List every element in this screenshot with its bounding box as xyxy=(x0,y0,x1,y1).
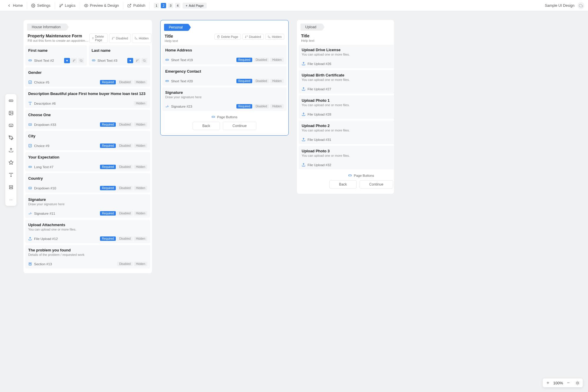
logic-icon-flag[interactable] xyxy=(134,58,140,63)
form-field[interactable]: Your Expectation Long Text #7 RequiredDi… xyxy=(25,152,150,171)
disabled-flag[interactable]: Disabled xyxy=(117,186,133,190)
hidden-flag[interactable]: Hidden xyxy=(134,144,147,148)
form-field[interactable]: Description Beautiful place First home b… xyxy=(25,89,150,108)
hidden-flag[interactable]: Hidden xyxy=(134,101,147,106)
disabled-flag[interactable]: Disabled xyxy=(117,211,133,216)
hidden-icon-flag[interactable] xyxy=(141,58,147,63)
required-flag[interactable]: Required xyxy=(236,104,253,109)
section-tool[interactable] xyxy=(6,183,15,191)
disabled-flag[interactable]: Disabled xyxy=(117,80,133,84)
disabled-flag[interactable]: Disabled xyxy=(117,122,133,127)
form-field[interactable]: Country Dropdown #10 RequiredDisabledHid… xyxy=(25,173,150,193)
disabled-flag[interactable]: Disabled xyxy=(117,236,133,241)
settings-button[interactable]: Settings xyxy=(27,2,55,9)
page-num-3[interactable]: 3 xyxy=(168,3,173,8)
back-button[interactable]: Back xyxy=(329,180,357,189)
logic-icon-flag[interactable] xyxy=(71,58,77,63)
form-field[interactable]: Upload Photo 3 You can upload one or mor… xyxy=(299,146,394,169)
required-flag[interactable]: Required xyxy=(100,186,116,190)
disabled-flag[interactable]: Disabled xyxy=(117,165,133,169)
publish-button[interactable]: Publish xyxy=(123,2,150,9)
hidden-flag[interactable]: Hidden xyxy=(134,186,147,190)
form-field[interactable]: Upload Photo 2 You can upload one or mor… xyxy=(299,121,394,144)
preview-button[interactable]: Preview & Design xyxy=(80,2,123,9)
image-tool[interactable] xyxy=(6,109,15,117)
form-field[interactable]: Home Address Short Text #19 RequiredDisa… xyxy=(162,45,287,64)
required-flag[interactable]: Required xyxy=(236,58,253,62)
hidden-flag[interactable]: Hidden xyxy=(134,262,147,266)
required-icon-flag[interactable] xyxy=(64,58,70,63)
form-field[interactable]: Upload Photo 1 You can upload one or mor… xyxy=(299,95,394,119)
hide-page-button[interactable]: Hidden xyxy=(265,34,284,40)
form-field[interactable]: The problem you found Details of the pro… xyxy=(25,245,150,268)
hidden-flag[interactable]: Hidden xyxy=(134,236,147,241)
required-flag[interactable]: Required xyxy=(100,80,116,84)
back-button[interactable]: Back xyxy=(193,122,220,130)
disabled-flag[interactable]: Disabled xyxy=(117,144,133,148)
dropdown-tool[interactable] xyxy=(6,121,15,129)
hidden-flag[interactable]: Hidden xyxy=(134,80,147,84)
continue-button[interactable]: Continue xyxy=(223,122,256,130)
hide-page-button[interactable]: Hidden xyxy=(132,34,151,43)
required-icon-flag[interactable] xyxy=(127,58,133,63)
page-card-2[interactable]: Upload Title Help text Delete Page Uploa… xyxy=(297,20,394,194)
required-flag[interactable]: Required xyxy=(100,122,116,127)
upload-tool[interactable] xyxy=(6,146,15,154)
logics-button[interactable]: Logics xyxy=(55,2,80,9)
form-field[interactable]: City Choice #9 RequiredDisabledHidden xyxy=(25,131,150,150)
page-num-2[interactable]: 2 xyxy=(161,3,166,8)
disabled-flag[interactable]: Disabled xyxy=(117,262,133,266)
form-field[interactable]: Signature Draw your signature here Signa… xyxy=(25,194,150,218)
required-flag[interactable]: Required xyxy=(100,165,116,169)
disable-page-button[interactable]: Disabled xyxy=(109,34,131,43)
field-type-label: File Upload #26 xyxy=(302,62,331,66)
disabled-flag[interactable]: Disabled xyxy=(253,58,269,62)
cloud-sync-icon[interactable] xyxy=(577,2,584,9)
required-flag[interactable]: Required xyxy=(100,236,116,241)
continue-button[interactable]: Continue xyxy=(360,180,393,189)
page-tab[interactable]: House Information xyxy=(27,24,66,31)
delete-page-button[interactable]: Delete Page xyxy=(214,34,241,40)
page-tab[interactable]: Upload xyxy=(300,24,322,31)
page-tab[interactable]: Personal xyxy=(164,24,188,31)
form-field[interactable]: Choose One Dropdown #33 RequiredDisabled… xyxy=(25,110,150,129)
more-tools[interactable]: ··· xyxy=(6,195,15,203)
hidden-flag[interactable]: Hidden xyxy=(270,104,284,109)
hidden-flag[interactable]: Hidden xyxy=(270,58,284,62)
hidden-flag[interactable]: Hidden xyxy=(270,79,284,83)
form-field[interactable]: Upload Birth Certificate You can upload … xyxy=(299,70,394,94)
theme-toggle-button[interactable] xyxy=(575,381,580,385)
form-field[interactable]: Upload Attachments You can upload one or… xyxy=(25,220,150,243)
rating-tool[interactable] xyxy=(6,158,15,166)
field-title: Choose One xyxy=(28,113,147,117)
hidden-flag[interactable]: Hidden xyxy=(134,122,147,127)
text-tool[interactable] xyxy=(6,171,15,179)
form-field[interactable]: Last name Short Text #3 xyxy=(89,45,151,66)
hidden-icon-flag[interactable] xyxy=(78,58,84,63)
delete-page-button[interactable]: Delete Page xyxy=(89,34,108,43)
disabled-flag[interactable]: Disabled xyxy=(253,104,269,109)
hidden-flag[interactable]: Hidden xyxy=(134,165,147,169)
required-flag[interactable]: Required xyxy=(236,79,253,83)
form-field[interactable]: Upload Drive License You can upload one … xyxy=(299,45,394,68)
required-flag[interactable]: Required xyxy=(100,144,116,148)
add-page-button[interactable]: + Add Page xyxy=(183,3,206,9)
page-num-1[interactable]: 1 xyxy=(154,3,159,8)
form-field[interactable]: Gender Choice #5 RequiredDisabledHidden xyxy=(25,67,150,87)
page-card-0[interactable]: House Information Property Maintenance F… xyxy=(24,20,152,273)
page-card-1[interactable]: Personal Title Help text Delete PageDisa… xyxy=(160,20,289,136)
signature-tool[interactable] xyxy=(6,134,15,142)
required-flag[interactable]: Required xyxy=(100,211,116,216)
canvas[interactable]: House Information Property Maintenance F… xyxy=(0,11,588,392)
hidden-flag[interactable]: Hidden xyxy=(134,211,147,216)
page-num-4[interactable]: 4 xyxy=(175,3,180,8)
form-field[interactable]: Emergency Contact Short Text #20 Require… xyxy=(162,66,287,86)
short-text-tool[interactable] xyxy=(6,96,15,105)
zoom-out-button[interactable]: − xyxy=(566,380,571,386)
zoom-in-button[interactable]: + xyxy=(546,380,550,386)
disable-page-button[interactable]: Disabled xyxy=(242,34,264,40)
home-button[interactable]: Home xyxy=(3,2,27,9)
form-field[interactable]: Signature Draw your signature here Signa… xyxy=(162,87,287,111)
disabled-flag[interactable]: Disabled xyxy=(253,79,269,83)
form-field[interactable]: First name Short Text #2 xyxy=(25,45,87,66)
